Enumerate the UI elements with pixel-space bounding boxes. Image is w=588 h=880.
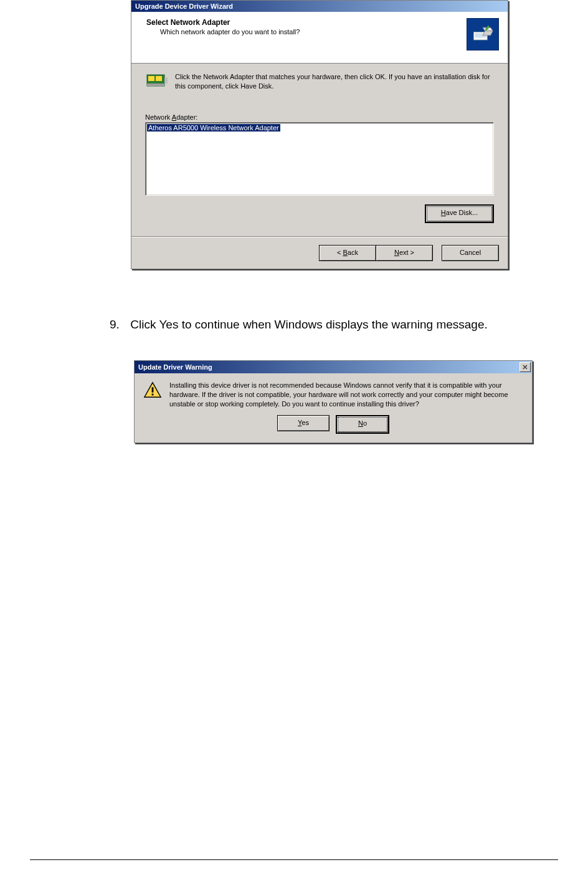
next-button[interactable]: Next > (376, 245, 433, 261)
yes-button[interactable]: Yes (277, 415, 330, 431)
list-item[interactable]: Atheros AR5000 Wireless Network Adapter (147, 124, 280, 132)
svg-rect-7 (147, 84, 164, 86)
warning-titlebar: Update Driver Warning (135, 361, 532, 373)
wizard-body: Click the Network Adapter that matches y… (131, 64, 508, 237)
no-button[interactable]: No (336, 415, 389, 434)
svg-rect-11 (152, 394, 154, 396)
svg-rect-5 (148, 76, 154, 81)
svg-rect-6 (156, 76, 162, 81)
warning-buttons: Yes No (135, 413, 532, 442)
warning-body: Installing this device driver is not rec… (135, 373, 532, 413)
svg-marker-3 (483, 31, 493, 36)
wizard-header: Select Network Adapter Which network ada… (131, 12, 508, 64)
cancel-button[interactable]: Cancel (442, 245, 499, 261)
warning-icon (143, 381, 162, 399)
svg-rect-8 (164, 77, 168, 84)
svg-rect-10 (152, 387, 154, 392)
adapter-list-label: Network Adapter: (145, 113, 494, 121)
wizard-title: Upgrade Device Driver Wizard (135, 2, 233, 10)
step-text: Click Yes to continue when Windows displ… (130, 318, 487, 331)
back-button[interactable]: < Back (319, 245, 376, 261)
network-adapter-icon (146, 71, 169, 88)
have-disk-button[interactable]: Have Disk... (425, 204, 494, 223)
wizard-footer: < Back Next > Cancel (131, 237, 508, 269)
wizard-header-title: Select Network Adapter (146, 18, 499, 27)
network-adapter-listbox[interactable]: Atheros AR5000 Wireless Network Adapter (145, 122, 494, 196)
wizard-titlebar: Upgrade Device Driver Wizard (131, 1, 508, 12)
warning-message: Installing this device driver is not rec… (169, 381, 523, 409)
close-button[interactable] (519, 362, 531, 372)
warning-title: Update Driver Warning (138, 363, 212, 371)
step-number: 9. (110, 318, 127, 332)
step-instruction: 9. Click Yes to continue when Windows di… (110, 318, 488, 332)
network-card-install-icon (467, 18, 499, 50)
close-icon (523, 365, 528, 370)
wizard-header-subtitle: Which network adapter do you want to ins… (160, 28, 499, 36)
update-driver-warning-dialog: Update Driver Warning Installing this de… (134, 360, 533, 443)
upgrade-driver-wizard-dialog: Upgrade Device Driver Wizard Select Netw… (131, 0, 508, 269)
page-footer-rule (30, 859, 558, 860)
wizard-instruction: Click the Network Adapter that matches y… (175, 71, 493, 91)
